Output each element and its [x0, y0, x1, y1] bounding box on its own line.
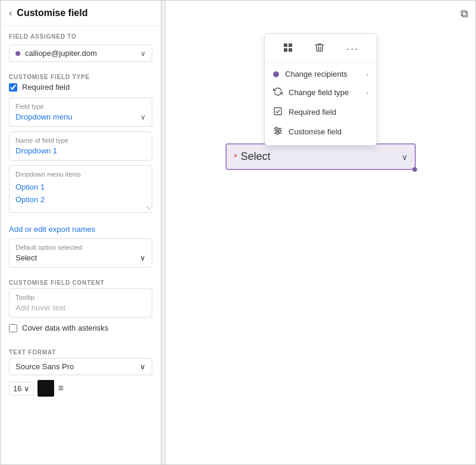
copy-icon[interactable]: ⧉: [461, 8, 468, 20]
dropdown-items-group[interactable]: Dropdown menu items Option 1 Option 2 ⤡: [9, 165, 152, 213]
svg-point-8: [275, 127, 277, 130]
select-field-container: * Select ∨: [226, 143, 416, 170]
text-align-icon[interactable]: ≡: [58, 383, 63, 394]
cover-data-row: Cover data with asterisks: [9, 323, 152, 332]
context-menu-customise-field[interactable]: Customise field: [265, 122, 377, 142]
font-name-value: Source Sans Pro: [15, 362, 74, 371]
font-chevron-icon: ∨: [140, 362, 146, 371]
context-menu-header: ···: [265, 37, 377, 63]
right-panel: ⧉ ···: [166, 1, 475, 464]
option-1: Option 1: [15, 181, 146, 194]
svg-point-9: [278, 130, 281, 132]
svg-rect-0: [284, 43, 287, 47]
email-value: calliope@jupiter.dom: [25, 49, 140, 58]
customise-field-icon: [273, 126, 283, 137]
field-type-value: Dropdown menu ∨: [15, 112, 146, 121]
field-type-chevron-icon: ∨: [140, 113, 146, 121]
assigned-to-dropdown[interactable]: calliope@jupiter.dom ∨: [9, 45, 152, 62]
default-option-group[interactable]: Default option selected Select ∨: [9, 238, 152, 268]
back-icon[interactable]: ‹: [9, 8, 12, 18]
default-option-chevron-icon: ∨: [140, 253, 146, 262]
copy-icon-container: ⧉: [461, 8, 468, 20]
required-field-checkbox[interactable]: [9, 83, 17, 92]
required-field-menu-label: Required field: [289, 108, 336, 117]
assigned-chevron-icon: ∨: [140, 49, 146, 58]
change-recipients-label: Change recipients: [285, 70, 347, 78]
recipients-dot-icon: [273, 71, 279, 77]
font-controls-row: 16 ∨ ≡: [9, 380, 152, 397]
font-group[interactable]: Source Sans Pro ∨: [9, 358, 152, 375]
change-field-type-label: Change field type: [289, 88, 349, 97]
svg-rect-1: [289, 43, 292, 47]
tooltip-label: Tooltip: [15, 294, 146, 301]
color-swatch[interactable]: [37, 380, 54, 397]
panel-title: Customise field: [17, 8, 87, 18]
svg-point-10: [276, 132, 278, 134]
context-menu-required-field[interactable]: Required field: [265, 102, 377, 122]
change-recipients-chevron-icon: ›: [366, 71, 368, 78]
export-names-link[interactable]: Add or edit export names: [1, 222, 161, 238]
resize-handle-icon[interactable]: ⤡: [146, 205, 151, 211]
context-trash-icon[interactable]: [312, 40, 327, 58]
context-more-icon[interactable]: ···: [344, 40, 361, 58]
font-size-select[interactable]: 16 ∨: [9, 382, 34, 395]
default-option-label: Default option selected: [15, 244, 146, 251]
name-of-field-type-label: Name of field type: [15, 137, 146, 144]
resize-dot-icon[interactable]: [412, 167, 417, 172]
context-menu-change-recipients[interactable]: Change recipients ›: [265, 65, 377, 83]
required-star: *: [234, 152, 237, 162]
customise-field-menu-label: Customise field: [289, 127, 342, 136]
required-field-checkbox-label: Required field: [22, 83, 70, 92]
context-menu: ··· Change recipients › Change field: [264, 33, 377, 146]
field-assigned-to-label: FIELD ASSIGNED TO: [1, 26, 161, 42]
panel-header: ‹ Customise field: [1, 1, 161, 26]
change-field-type-icon: [273, 87, 283, 98]
field-type-label: Field type: [15, 103, 146, 110]
tooltip-group[interactable]: Tooltip Add hover text: [9, 288, 152, 318]
select-placeholder-text: Select: [240, 150, 402, 163]
tooltip-placeholder: Add hover text: [15, 303, 146, 312]
default-option-value: Select ∨: [15, 253, 146, 262]
svg-rect-2: [284, 48, 287, 52]
dropdown-items-label: Dropdown menu items: [15, 171, 146, 178]
panel-divider: [161, 1, 166, 464]
name-of-field-type-group[interactable]: Name of field type Dropdown 1: [9, 131, 152, 161]
context-grid-icon[interactable]: [280, 40, 296, 58]
change-field-type-chevron-icon: ›: [366, 89, 368, 96]
context-menu-change-field-type[interactable]: Change field type ›: [265, 83, 377, 102]
required-field-check-icon: [273, 106, 283, 118]
text-format-label: TEXT FORMAT: [1, 342, 161, 358]
select-dropdown-field[interactable]: * Select ∨: [226, 143, 416, 170]
svg-rect-4: [274, 108, 281, 115]
left-panel: ‹ Customise field FIELD ASSIGNED TO call…: [1, 1, 161, 464]
option-2: Option 2: [15, 194, 146, 206]
customise-field-content-label: CUSTOMISE FIELD CONTENT: [1, 272, 161, 288]
svg-rect-3: [289, 48, 292, 52]
cover-data-checkbox[interactable]: [9, 324, 17, 332]
select-chevron-icon: ∨: [402, 152, 408, 162]
cover-data-label: Cover data with asterisks: [22, 323, 108, 332]
text-format-section: Source Sans Pro ∨ 16 ∨ ≡: [1, 358, 161, 401]
font-size-value: 16: [13, 384, 21, 393]
required-field-row: Required field: [9, 83, 152, 92]
font-size-chevron-icon: ∨: [24, 384, 30, 393]
dot-indicator: [15, 51, 20, 56]
customise-field-type-label: CUSTOMISE FIELD TYPE: [1, 67, 161, 83]
customise-type-section: Required field Field type Dropdown menu …: [1, 83, 161, 222]
name-of-field-type-value: Dropdown 1: [15, 146, 146, 155]
field-type-group[interactable]: Field type Dropdown menu ∨: [9, 98, 152, 127]
content-section: Tooltip Add hover text Cover data with a…: [1, 288, 161, 342]
